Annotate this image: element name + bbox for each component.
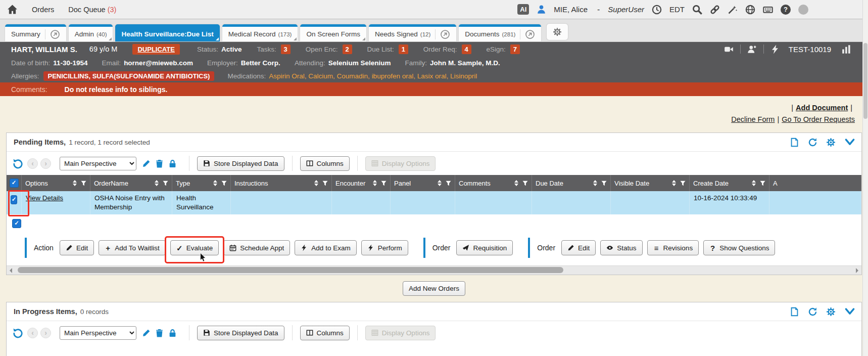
decline-form-link[interactable]: Decline Form — [731, 115, 775, 123]
view-details-link[interactable]: View Details — [26, 194, 63, 202]
sort-icon[interactable] — [155, 180, 159, 186]
medication-link[interactable]: ibuprofen oral — [372, 72, 414, 80]
column-header-type[interactable]: Type — [172, 175, 231, 191]
counter-badge[interactable]: 1 — [399, 45, 408, 54]
tab-summary[interactable]: Summary — [5, 24, 66, 41]
search-icon[interactable] — [692, 5, 702, 15]
globe-icon[interactable] — [745, 5, 755, 15]
trash-icon[interactable] — [155, 329, 164, 337]
pending-prev-perspective-button[interactable]: ‹ — [27, 158, 38, 169]
reset-icon[interactable] — [13, 328, 23, 338]
scroll-left-arrow[interactable] — [7, 266, 15, 275]
sort-icon[interactable] — [373, 180, 377, 186]
lock-icon[interactable] — [168, 159, 177, 168]
add-user-icon[interactable] — [741, 45, 763, 54]
keyboard-icon[interactable] — [763, 5, 773, 15]
medication-link[interactable]: Aspirin Oral — [269, 72, 305, 80]
sort-icon[interactable] — [752, 180, 756, 186]
select-all-checkbox[interactable]: ✓ — [10, 179, 19, 188]
revisions-button[interactable]: ≡Revisions — [647, 240, 699, 255]
table-row[interactable]: ✓View DetailsOSHA Noise Entry with Membe… — [7, 191, 861, 214]
in-progress-prev-perspective-button[interactable]: ‹ — [27, 328, 38, 338]
trash-icon[interactable] — [155, 159, 164, 168]
pencil_blue-icon[interactable] — [142, 159, 151, 168]
bolt-icon[interactable] — [764, 45, 787, 54]
chevron-icon[interactable] — [844, 137, 855, 148]
counter-badge[interactable]: 4 — [462, 45, 471, 54]
filter-funnel-icon[interactable] — [760, 181, 765, 186]
chart-id[interactable]: TEST-10019 — [789, 45, 831, 54]
patient-name[interactable]: HART, WILLIAM S. — [11, 45, 77, 54]
sort-icon[interactable] — [314, 180, 318, 186]
row-checkbox[interactable]: ✓ — [11, 195, 17, 204]
pending-store-displayed-data-button[interactable]: Store Displayed Data — [197, 156, 284, 171]
allergies-badge[interactable]: PENICILLINS, SULFA(SULFONAMIDE ANTIBIOTI… — [43, 71, 215, 81]
gear-icon[interactable] — [826, 138, 836, 147]
external-link-icon[interactable] — [45, 29, 60, 39]
column-header-panel[interactable]: Panel — [391, 175, 455, 191]
medication-link[interactable]: Calcium — [308, 72, 333, 80]
video-camera-icon[interactable] — [717, 45, 740, 54]
perform-button[interactable]: Perform — [361, 240, 408, 255]
add-to-exam-button[interactable]: Add to Exam — [295, 240, 356, 255]
clock-icon[interactable] — [652, 5, 662, 15]
home-icon[interactable] — [7, 4, 18, 15]
tab-on-screen-forms[interactable]: On Screen Forms — [300, 24, 366, 41]
go-to-order-requests-link[interactable]: Go To Order Requests — [782, 115, 855, 123]
chevron-icon[interactable] — [844, 306, 855, 317]
pending-perspective-select[interactable]: Main Perspective — [60, 157, 136, 170]
lock-icon[interactable] — [168, 329, 177, 337]
column-header-options[interactable]: Options — [22, 175, 90, 191]
bar-chart-icon[interactable] — [835, 45, 858, 54]
add-document-link[interactable]: Add Document — [796, 104, 848, 112]
gear-icon[interactable] — [826, 307, 836, 317]
medication-link[interactable]: Lasix oral — [417, 72, 447, 80]
in-progress-store-displayed-data-button[interactable]: Store Displayed Data — [197, 326, 284, 340]
evaluate-button[interactable]: ✓Evaluate — [170, 240, 219, 255]
user-name[interactable]: MIE, Alice — [554, 5, 588, 14]
sort-icon[interactable] — [73, 180, 77, 186]
filter-funnel-icon[interactable] — [680, 181, 686, 186]
status-button[interactable]: Status — [600, 240, 642, 255]
filter-funnel-icon[interactable] — [163, 181, 168, 186]
filter-funnel-icon[interactable] — [601, 181, 607, 186]
column-header-a[interactable]: A — [769, 175, 861, 191]
sort-icon[interactable] — [438, 180, 442, 186]
scrollbar-thumb[interactable] — [18, 267, 563, 273]
link-icon[interactable] — [710, 5, 720, 15]
external-link-icon[interactable] — [435, 29, 450, 39]
counter-badge[interactable]: 7 — [510, 45, 520, 54]
column-header-visible-date[interactable]: Visible Date — [611, 175, 690, 191]
reset-icon[interactable] — [13, 158, 23, 169]
column-header-instructions[interactable]: Instructions — [231, 175, 332, 191]
vertical-scrollbar[interactable] — [862, 0, 868, 356]
sort-icon[interactable] — [593, 180, 597, 186]
sort-icon[interactable] — [514, 180, 518, 186]
refresh-icon[interactable] — [808, 307, 817, 317]
requisition-button[interactable]: Requisition — [456, 240, 513, 255]
pencil_blue-icon[interactable] — [142, 329, 151, 337]
sort-icon[interactable] — [672, 180, 676, 186]
column-header-due-date[interactable]: Due Date — [532, 175, 611, 191]
file-icon[interactable] — [790, 138, 799, 147]
column-header-comments[interactable]: Comments — [455, 175, 532, 191]
breadcrumb-doc-queue[interactable]: Doc Queue(3) — [68, 6, 116, 14]
filter-funnel-icon[interactable] — [221, 181, 227, 186]
sort-icon[interactable] — [213, 180, 217, 186]
schedule-appt-button[interactable]: Schedule Appt — [223, 240, 290, 255]
tab-health-surveillance-due-list[interactable]: Health Surveillance:Due List — [115, 24, 219, 41]
wand-icon[interactable] — [728, 5, 738, 15]
edit-button[interactable]: Edit — [561, 240, 596, 255]
vertical-scrollbar-thumb[interactable] — [863, 43, 867, 119]
column-header-create-date[interactable]: Create Date — [690, 175, 769, 191]
in-progress-perspective-select[interactable]: Main Perspective — [60, 326, 136, 340]
filter-funnel-icon[interactable] — [446, 181, 451, 186]
add-to-waitlist-button[interactable]: +Add To Waitlist — [99, 240, 166, 255]
duplicate-badge[interactable]: DUPLICATE — [132, 44, 179, 55]
help-icon[interactable]: ? — [781, 5, 791, 15]
tab-medical-record[interactable]: Medical Record(173) — [222, 24, 298, 41]
column-header-encounter[interactable]: Encounter — [332, 175, 391, 191]
column-header-ordername[interactable]: OrderName — [90, 175, 172, 191]
horizontal-scrollbar[interactable] — [7, 265, 861, 275]
counter-badge[interactable]: 2 — [343, 45, 352, 54]
